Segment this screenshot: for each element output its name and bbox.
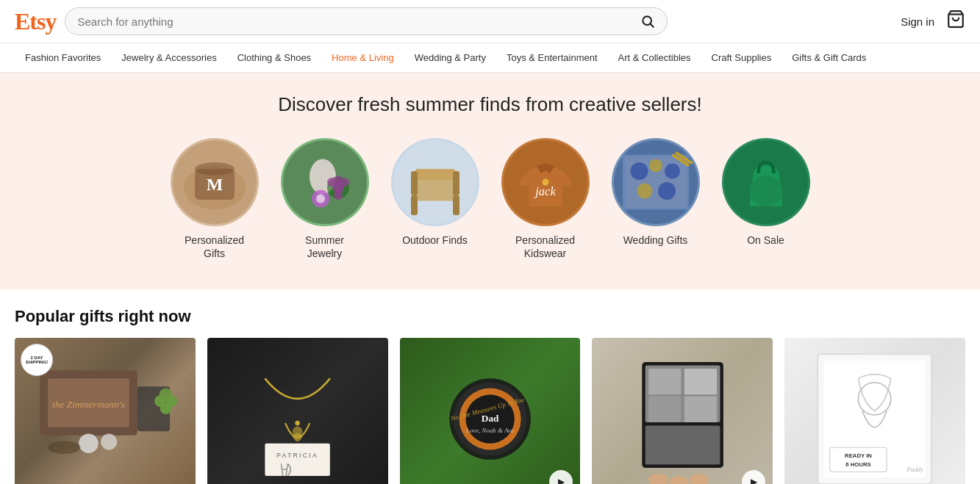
svg-point-70 [668,476,688,484]
svg-point-46 [48,441,80,455]
product-bg-5: READY IN 6 HOURS Paddy [784,338,965,484]
product-card-1[interactable]: the Zimmermann's 2 DAYSHIPPING! [15,338,196,484]
svg-point-69 [648,474,668,484]
on-sale-image [722,138,810,226]
svg-rect-21 [453,195,459,215]
category-label-personalized: PersonalizedGifts [185,234,244,260]
svg-point-50 [160,403,171,414]
product-image-4: ▶ [592,338,773,484]
etsy-logo[interactable]: Etsy [15,8,56,35]
product-card-3[interactable]: No One Measures Up To You Dad Love, Noah… [400,338,581,484]
svg-rect-19 [415,177,455,201]
header-right: Sign in [901,10,965,33]
nav-item-gifts[interactable]: Gifts & Gift Cards [782,43,876,72]
search-input[interactable] [77,15,640,28]
svg-text:PATRICIA: PATRICIA [276,452,318,459]
category-circle-jewelry [281,138,369,226]
svg-point-71 [689,474,709,484]
svg-point-44 [79,434,99,454]
nav-item-clothing[interactable]: Clothing & Shoes [227,43,321,72]
category-circle-kidswear: jack [501,138,590,226]
svg-rect-23 [411,171,418,195]
popular-section: Popular gifts right now the Zimmermann's [0,289,980,484]
svg-point-7 [195,162,235,176]
svg-point-39 [749,176,782,206]
product-bg-3: No One Measures Up To You Dad Love, Noah… [400,338,581,484]
svg-point-0 [643,16,652,25]
svg-rect-68 [684,397,717,422]
category-wedding-gifts[interactable]: Wedding Gifts [612,138,700,260]
personalized-gifts-image: M [171,138,259,226]
product-visual-4 [601,346,764,484]
svg-rect-67 [648,397,681,422]
popular-title: Popular gifts right now [15,307,965,326]
svg-point-15 [334,191,343,200]
nav-item-wedding[interactable]: Wedding & Party [404,43,496,72]
svg-text:6 HOURS: 6 HOURS [846,461,871,468]
svg-rect-64 [645,426,720,465]
nav-item-art[interactable]: Art & Collectibles [608,43,701,72]
product-image-3: No One Measures Up To You Dad Love, Noah… [400,338,581,484]
product-visual-5: READY IN 6 HOURS Paddy [793,346,956,484]
svg-text:Love, Noah & Ava: Love, Noah & Ava [465,427,515,435]
category-personalized-gifts[interactable]: M PersonalizedGifts [171,138,259,260]
outdoor-finds-image [391,138,479,226]
product-bg-2: PATRICIA [207,338,388,484]
category-circle-sale [722,138,810,226]
product-image-2: PATRICIA [207,338,388,484]
category-circle-personalized: M [171,138,259,226]
category-label-outdoor: Outdoor Finds [402,234,468,247]
svg-point-27 [542,179,548,186]
svg-rect-65 [648,369,681,394]
svg-line-1 [651,24,654,28]
sign-in-link[interactable]: Sign in [901,15,934,28]
product-card-2[interactable]: PATRICIA [207,338,388,484]
svg-text:Paddy: Paddy [906,466,924,474]
hero-banner: Discover fresh summer finds from creativ… [0,73,980,289]
category-label-kidswear: PersonalizedKidswear [515,234,575,260]
category-label-wedding: Wedding Gifts [623,234,688,247]
wedding-gifts-image [612,138,700,226]
category-summer-jewelry[interactable]: SummerJewelry [281,138,369,260]
category-circle-outdoor [391,138,479,226]
category-kidswear[interactable]: jack PersonalizedKidswear [501,138,590,260]
nav-item-fashion[interactable]: Fashion Favorites [15,43,111,72]
svg-rect-22 [415,169,455,180]
svg-text:READY IN: READY IN [845,452,873,459]
search-bar-container [65,7,668,35]
svg-point-33 [665,164,680,179]
svg-point-34 [637,184,652,199]
svg-rect-75 [830,448,887,472]
product-card-5[interactable]: READY IN 6 HOURS Paddy [784,338,965,484]
category-outdoor-finds[interactable]: Outdoor Finds [391,138,479,260]
product-bg-4 [592,338,773,484]
search-button[interactable] [640,14,655,29]
svg-point-17 [316,195,325,203]
svg-rect-53 [265,444,329,476]
product-grid: the Zimmermann's 2 DAYSHIPPING! [15,338,965,484]
svg-point-35 [658,182,676,200]
category-label-sale: On Sale [747,234,784,247]
nav-item-home[interactable]: Home & Living [321,43,404,72]
svg-point-14 [334,176,343,184]
svg-point-31 [630,162,648,180]
product-card-4[interactable]: ▶ [592,338,773,484]
main-nav: Fashion Favorites Jewelry & Accessories … [0,43,980,73]
svg-point-51 [295,421,300,426]
header: Etsy Sign in [0,0,980,43]
product-image-5: READY IN 6 HOURS Paddy [784,338,965,484]
search-icon [640,14,655,29]
nav-item-toys[interactable]: Toys & Entertainment [496,43,608,72]
product-visual-2: PATRICIA [216,346,379,484]
kidswear-image: jack [501,138,590,226]
category-on-sale[interactable]: On Sale [722,138,810,260]
hero-headline: Discover fresh summer finds from creativ… [15,93,965,116]
nav-item-craft[interactable]: Craft Supplies [701,43,782,72]
cart-button[interactable] [946,10,965,33]
nav-item-jewelry[interactable]: Jewelry & Accessories [111,43,226,72]
category-circles: M PersonalizedGifts [15,138,965,260]
svg-text:jack: jack [534,184,556,198]
svg-text:the Zimmermann's: the Zimmermann's [53,399,125,410]
svg-rect-66 [684,369,717,394]
svg-point-32 [649,159,662,173]
